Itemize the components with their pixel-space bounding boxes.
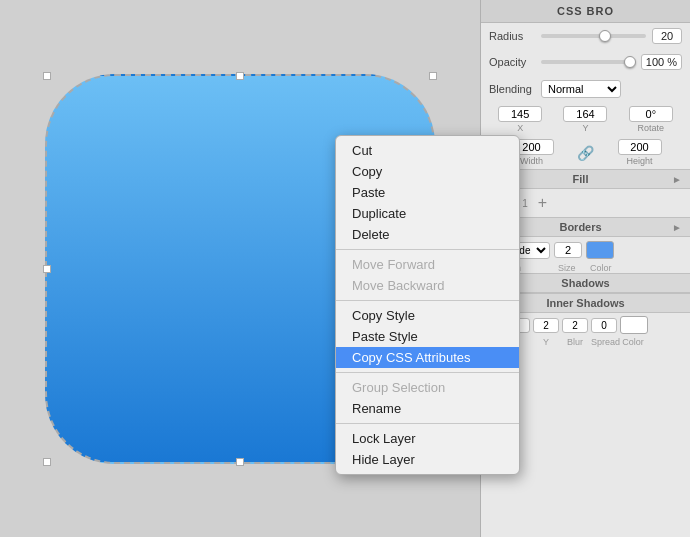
inner-shadow-y[interactable]	[533, 318, 559, 333]
radius-row: Radius 20	[481, 23, 690, 49]
menu-item-lock-layer[interactable]: Lock Layer	[336, 428, 519, 449]
is-color-label: Color	[620, 337, 646, 347]
menu-item-duplicate[interactable]: Duplicate	[336, 203, 519, 224]
menu-item-copy[interactable]: Copy	[336, 161, 519, 182]
context-menu: CutCopyPasteDuplicateDeleteMove ForwardM…	[335, 135, 520, 475]
fill-section-arrow[interactable]: ►	[672, 174, 682, 185]
handle-top-right[interactable]	[429, 72, 437, 80]
borders-color-swatch[interactable]	[586, 241, 614, 259]
handle-mid-left[interactable]	[43, 265, 51, 273]
is-y-label: Y	[533, 337, 559, 347]
blending-row: Blending Normal	[481, 75, 690, 103]
menu-separator	[336, 300, 519, 301]
menu-separator	[336, 423, 519, 424]
x-label: X	[517, 123, 523, 133]
borders-size-input[interactable]	[554, 242, 582, 258]
radius-slider-track[interactable]	[541, 34, 646, 38]
x-input[interactable]	[498, 106, 542, 122]
handle-bot-mid[interactable]	[236, 458, 244, 466]
y-field: Y	[554, 106, 616, 133]
opacity-slider-track[interactable]	[541, 60, 635, 64]
border-color-label: Color	[590, 263, 618, 273]
y-input[interactable]	[563, 106, 607, 122]
width-label: Width	[520, 156, 543, 166]
x-field: X	[489, 106, 551, 133]
inner-shadow-blur[interactable]	[562, 318, 588, 333]
position-row: X Y Rotate	[481, 103, 690, 136]
handle-top-mid[interactable]	[236, 72, 244, 80]
menu-item-paste-style[interactable]: Paste Style	[336, 326, 519, 347]
is-blur-label: Blur	[562, 337, 588, 347]
borders-section-arrow[interactable]: ►	[672, 222, 682, 233]
menu-separator	[336, 249, 519, 250]
height-field: Height	[597, 139, 682, 166]
opacity-row: Opacity 100 %	[481, 49, 690, 75]
opacity-value[interactable]: 100 %	[641, 54, 682, 70]
fill-add-button[interactable]: +	[538, 194, 547, 212]
opacity-label: Opacity	[489, 56, 535, 68]
menu-item-delete[interactable]: Delete	[336, 224, 519, 245]
radius-slider-thumb[interactable]	[599, 30, 611, 42]
height-input[interactable]	[618, 139, 662, 155]
lock-icon[interactable]: 🔗	[577, 145, 594, 161]
y-label: Y	[582, 123, 588, 133]
panel-title: CSS BRO	[481, 0, 690, 23]
menu-item-move-backward: Move Backward	[336, 275, 519, 296]
menu-item-group-selection: Group Selection	[336, 377, 519, 398]
rotate-label: Rotate	[638, 123, 665, 133]
rotate-field: Rotate	[620, 106, 682, 133]
rotate-input[interactable]	[629, 106, 673, 122]
is-spread-label: Spread	[591, 337, 617, 347]
radius-label: Radius	[489, 30, 535, 42]
border-size-label: Size	[558, 263, 586, 273]
height-label: Height	[626, 156, 652, 166]
opacity-slider-thumb[interactable]	[624, 56, 636, 68]
menu-item-rename[interactable]: Rename	[336, 398, 519, 419]
handle-bot-left[interactable]	[43, 458, 51, 466]
inner-shadow-spread[interactable]	[591, 318, 617, 333]
menu-item-hide-layer[interactable]: Hide Layer	[336, 449, 519, 470]
blending-select[interactable]: Normal	[541, 80, 621, 98]
radius-value[interactable]: 20	[652, 28, 682, 44]
menu-separator	[336, 372, 519, 373]
menu-item-cut[interactable]: Cut	[336, 140, 519, 161]
menu-item-paste[interactable]: Paste	[336, 182, 519, 203]
inner-shadow-color[interactable]	[620, 316, 648, 334]
handle-top-left[interactable]	[43, 72, 51, 80]
menu-item-copy-css[interactable]: Copy CSS Attributes	[336, 347, 519, 368]
menu-item-copy-style[interactable]: Copy Style	[336, 305, 519, 326]
menu-item-move-forward: Move Forward	[336, 254, 519, 275]
blending-label: Blending	[489, 83, 535, 95]
